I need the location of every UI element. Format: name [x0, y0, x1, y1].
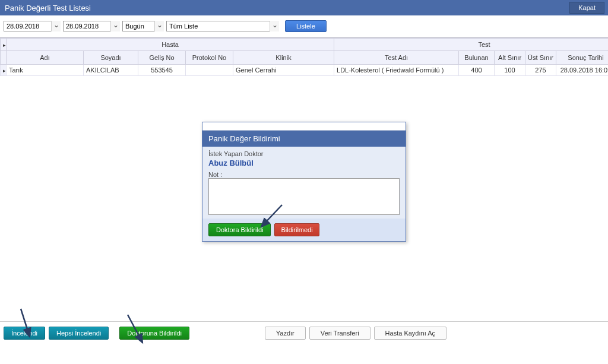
cell-test-adi: LDL-Kolesterol ( Friedwald Formülü ) — [334, 65, 459, 76]
bottom-toolbar: İncelendi Hepsi İncelendi Doktoruna Bild… — [0, 321, 608, 344]
cell-bulunan: 400 — [459, 65, 495, 76]
row-indicator-icon — [1, 65, 7, 76]
col-alt-sinir[interactable]: Alt Sınır — [495, 51, 525, 65]
group-header-test: Test — [334, 39, 608, 51]
veri-transferi-button[interactable]: Veri Transferi — [309, 327, 370, 340]
group-header-hasta: Hasta — [7, 39, 334, 51]
range-select[interactable] — [122, 21, 164, 31]
dialog-title: Panik Değer Bildirimi — [202, 131, 406, 147]
col-gelis-no[interactable]: Geliş No — [138, 51, 186, 65]
window-title: Panik Değerli Test Listesi — [5, 4, 91, 12]
panik-deger-bildirimi-dialog: Panik Değer Bildirimi İstek Yapan Doktor… — [202, 122, 406, 242]
doktoruna-bildirildi-button[interactable]: Doktoruna Bildirildi — [119, 327, 189, 340]
table-row[interactable]: Tarık AKILCILAB 553545 Genel Cerrahi LDL… — [1, 65, 609, 76]
not-textarea[interactable] — [208, 178, 400, 215]
list-scope-select[interactable] — [166, 21, 279, 31]
title-bar: Panik Değerli Test Listesi Kapat — [0, 0, 608, 15]
hepsi-incelendi-button[interactable]: Hepsi İncelendi — [49, 327, 109, 340]
incelendi-button[interactable]: İncelendi — [4, 327, 45, 340]
col-test-adi[interactable]: Test Adı — [334, 51, 459, 65]
dialog-title-blank[interactable] — [202, 122, 406, 131]
cell-gelis-no: 553545 — [138, 65, 186, 76]
col-sonuc-tarihi[interactable]: Sonuç Tarihi — [556, 51, 608, 65]
cell-protokol-no — [186, 65, 233, 76]
cell-klinik: Genel Cerrahi — [233, 65, 334, 76]
cell-alt-sinir: 100 — [495, 65, 525, 76]
col-bulunan[interactable]: Bulunan — [459, 51, 495, 65]
istek-yapan-doktor-label: İstek Yapan Doktor — [208, 150, 400, 157]
doctor-name: Abuz Bülbül — [208, 159, 400, 167]
listele-button[interactable]: Listele — [285, 20, 327, 32]
date-to-input[interactable] — [63, 21, 120, 31]
col-soyadi[interactable]: Soyadı — [84, 51, 138, 65]
col-adi[interactable]: Adı — [7, 51, 84, 65]
cell-sonuc-tarihi: 28.09.2018 16:09 — [556, 65, 608, 76]
yazdir-button[interactable]: Yazdır — [265, 327, 306, 340]
date-from-input[interactable] — [4, 21, 61, 31]
bildirilmedi-button[interactable]: Bildirilmedi — [274, 223, 319, 236]
col-ust-sinir[interactable]: Üst Sınır — [525, 51, 556, 65]
close-button[interactable]: Kapat — [569, 2, 604, 14]
hasta-kaydini-ac-button[interactable]: Hasta Kaydını Aç — [374, 327, 446, 340]
cell-adi: Tarık — [7, 65, 84, 76]
cell-soyadi: AKILCILAB — [84, 65, 138, 76]
col-klinik[interactable]: Klinik — [233, 51, 334, 65]
not-label: Not : — [208, 171, 400, 178]
cell-ust-sinir: 275 — [525, 65, 556, 76]
filter-bar: Listele — [0, 15, 608, 37]
doktora-bildirildi-button[interactable]: Doktora Bildirildi — [208, 223, 271, 236]
col-protokol-no[interactable]: Protokol No — [186, 51, 233, 65]
